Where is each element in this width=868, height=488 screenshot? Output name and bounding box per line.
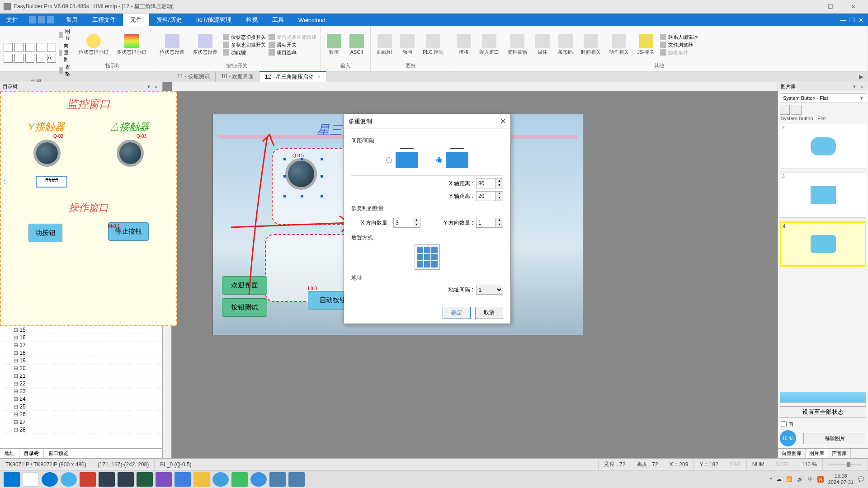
tab-iiot[interactable]: IIoT/能源管理 <box>189 14 239 26</box>
x-dist-input[interactable] <box>476 179 495 188</box>
barcode-button[interactable]: 条形码 <box>555 33 576 56</box>
menu-button[interactable]: 项目选单 <box>269 49 316 56</box>
spin-up-icon[interactable]: ▲ <box>496 179 503 183</box>
circle-icon[interactable] <box>47 43 56 52</box>
tab-view[interactable]: 检视 <box>239 14 265 26</box>
mdi-minimize-icon[interactable]: — <box>840 17 846 23</box>
curve-icon[interactable] <box>36 43 45 52</box>
tray-s-icon[interactable]: S <box>817 476 823 483</box>
app-icon-5[interactable] <box>137 472 153 487</box>
plc-button[interactable]: PLC 控制 <box>420 33 446 56</box>
spin-down-icon[interactable]: ▼ <box>496 223 503 227</box>
close-icon[interactable]: × <box>317 74 321 80</box>
ok-button[interactable]: 确定 <box>443 307 471 319</box>
tab-preview[interactable]: 窗口预览 <box>44 449 73 458</box>
bit-set-button[interactable]: 位状态设置 <box>157 33 187 56</box>
compound-button[interactable]: 复合式多功能按钮 <box>269 34 316 41</box>
tree-item[interactable]: 23 <box>0 388 162 395</box>
delta-lamp[interactable] <box>117 140 144 167</box>
poly-icon[interactable] <box>36 54 45 63</box>
tab-common[interactable]: 常用 <box>59 14 85 26</box>
menu-file[interactable]: 文件 <box>0 14 24 26</box>
start-button[interactable] <box>4 472 20 487</box>
app-icon-1[interactable] <box>61 472 77 487</box>
tray-ime-icon[interactable]: 中 <box>808 476 813 483</box>
undo-icon[interactable] <box>38 16 45 23</box>
canvas-area[interactable]: 星三 Q-0.5 欢迎界面 按钮测试 I-0.0 <box>163 82 778 458</box>
file-explorer-icon[interactable] <box>193 472 210 487</box>
tree-item[interactable]: 17 <box>0 342 162 349</box>
embed-button[interactable]: 嵌入窗口 <box>476 33 502 56</box>
thumb-item[interactable]: 2 <box>780 124 866 169</box>
spin-down-icon[interactable]: ▼ <box>496 183 503 188</box>
mdi-restore-icon[interactable]: ❐ <box>849 17 855 23</box>
set-all-states-button[interactable]: 设置至全部状态 <box>780 406 866 418</box>
tree-item[interactable]: 18 <box>0 349 162 357</box>
slide-button[interactable]: 滑动开关 <box>269 42 316 48</box>
wechat-icon[interactable] <box>231 472 248 487</box>
app-icon-6[interactable] <box>156 472 172 487</box>
tray-cloud-icon[interactable]: ☁ <box>777 476 782 482</box>
line-icon[interactable] <box>4 43 13 52</box>
addr-gap-select[interactable]: 1 <box>476 285 503 295</box>
tab-component[interactable]: 元件 <box>123 14 149 26</box>
panel-close-icon[interactable]: × <box>858 84 865 89</box>
taskbar-clock[interactable]: 15:16 2024-07-31 <box>828 473 854 485</box>
tab-weincloud[interactable]: Weincloud <box>291 14 333 26</box>
tab-sound-lib[interactable]: 声音库 <box>828 449 851 458</box>
tray-volume-icon[interactable]: 🔊 <box>797 476 803 482</box>
spin-up-icon[interactable]: ▲ <box>413 218 420 223</box>
app-icon-2[interactable] <box>80 472 96 487</box>
selected-lamp[interactable]: Q-0.5 <box>285 160 321 196</box>
funckey-button[interactable]: 功能键 <box>223 49 266 56</box>
library-dropdown[interactable]: System Button - Flat <box>780 93 866 103</box>
thumb-item[interactable]: 3 <box>780 173 866 218</box>
curve-button[interactable]: 曲线图 <box>374 33 395 56</box>
tab-tools[interactable]: 工具 <box>265 14 291 26</box>
tree-item[interactable]: 16 <box>0 334 162 342</box>
panel-dropdown-icon[interactable]: ▾ <box>145 84 152 89</box>
mdi-close-icon[interactable]: ✕ <box>859 17 863 23</box>
minimize-button[interactable]: — <box>801 3 815 10</box>
new-lib-icon[interactable] <box>780 105 790 115</box>
table-button[interactable]: 表格 <box>59 64 72 77</box>
app-icon-3[interactable] <box>99 472 115 487</box>
spin-down-icon[interactable]: ▼ <box>413 223 420 227</box>
polyline-icon[interactable] <box>14 43 24 52</box>
tree-item[interactable]: 28 <box>0 426 162 434</box>
tree-list[interactable]: 15 16 17 18 19 20 21 22 23 24 25 26 27 2… <box>0 326 162 448</box>
multi-set-button[interactable]: 多状态设置 <box>190 33 220 56</box>
arc-icon[interactable] <box>25 43 34 52</box>
dialog-close-button[interactable]: ✕ <box>500 117 506 126</box>
app-icon-7[interactable] <box>175 472 191 487</box>
spin-down-icon[interactable]: ▼ <box>496 196 503 201</box>
tree-item[interactable]: 25 <box>0 403 162 411</box>
test-nav-button[interactable]: 按钮测试 <box>222 298 267 317</box>
tree-item[interactable]: 24 <box>0 395 162 403</box>
tray-wifi-icon[interactable]: 📶 <box>786 476 793 482</box>
thumbnail-list[interactable]: 2 3 4 <box>778 122 868 390</box>
tree-item[interactable]: 19 <box>0 357 162 365</box>
trigger-button[interactable]: 触发条件 <box>660 49 698 56</box>
multi-switch-button[interactable]: 多状态切换开关 <box>223 42 266 48</box>
app-icon-8[interactable] <box>269 472 286 487</box>
start-button-preview[interactable]: 动按钮 <box>28 224 62 242</box>
num-button[interactable]: 数值 <box>324 33 344 56</box>
time-button[interactable]: 时间相关 <box>578 33 604 56</box>
translate-icon[interactable] <box>250 472 267 487</box>
inner-checkbox[interactable] <box>781 421 787 427</box>
thumb-item-selected[interactable]: 4 <box>780 221 866 267</box>
bit-switch-button[interactable]: 位状态切换开关 <box>223 34 266 41</box>
tab-vector-lib[interactable]: 向量图库 <box>778 449 806 458</box>
zoom-slider[interactable] <box>823 459 868 470</box>
edge-icon[interactable] <box>42 472 58 487</box>
tray-chevron-icon[interactable]: ^ <box>770 477 772 482</box>
placement-picker[interactable] <box>415 244 440 270</box>
tree-item[interactable]: 27 <box>0 418 162 426</box>
y-lamp[interactable] <box>33 140 61 167</box>
pie-icon[interactable] <box>14 54 24 63</box>
vector-button[interactable]: 向量图 <box>59 42 72 63</box>
dialog-titlebar[interactable]: 多重复制 ✕ <box>344 114 510 129</box>
state-preview[interactable] <box>780 392 866 403</box>
save-icon[interactable] <box>29 16 36 23</box>
